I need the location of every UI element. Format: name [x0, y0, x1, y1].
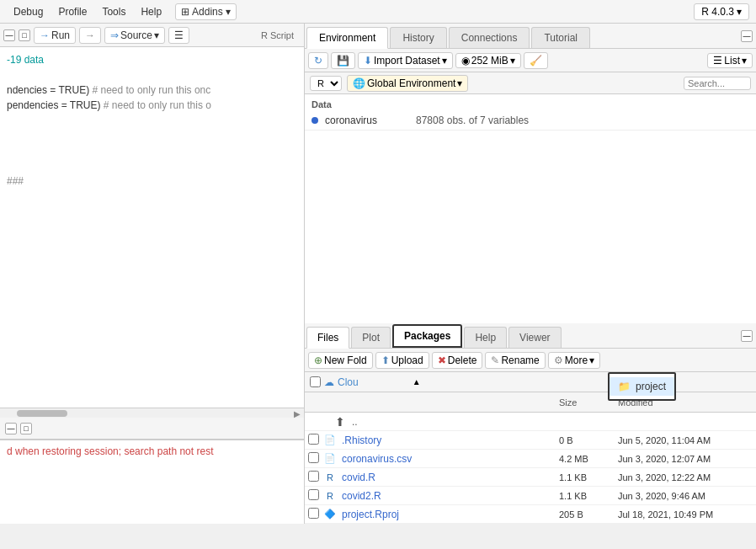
- file-row-csv[interactable]: 📄 coronavirus.csv 4.2 MB Jun 3, 2020, 12…: [305, 450, 756, 468]
- file-name[interactable]: covid.R: [338, 472, 559, 483]
- rename-btn[interactable]: ✎ Rename: [485, 352, 545, 369]
- console-line: d when restoring session; search path no…: [7, 444, 297, 459]
- grid-icon: ⊞: [181, 6, 189, 18]
- select-all-checkbox[interactable]: [310, 376, 321, 387]
- code-editor[interactable]: -19 data ndencies = TRUE) # need to only…: [0, 47, 304, 408]
- tab-packages[interactable]: Packages: [392, 324, 462, 348]
- broom-icon: 🧹: [530, 55, 542, 67]
- scrollbar-thumb[interactable]: [17, 410, 67, 417]
- new-folder-btn[interactable]: ⊕ New Fold: [308, 352, 373, 369]
- file-checkbox[interactable]: [308, 471, 319, 482]
- file-name[interactable]: coronavirus.csv: [338, 453, 559, 465]
- file-date: Jun 3, 2020, 12:22 AM: [618, 472, 753, 482]
- console-output[interactable]: d when restoring session; search path no…: [0, 440, 304, 524]
- import-icon: ⬇: [364, 55, 372, 67]
- file-checkbox[interactable]: [308, 508, 319, 519]
- chevron-down-icon: ▾: [457, 77, 462, 89]
- save-env-btn[interactable]: 💾: [331, 52, 355, 69]
- file-name[interactable]: covid2.R: [338, 490, 559, 502]
- refresh-icon: ↻: [314, 55, 322, 67]
- minimize-console-btn[interactable]: —: [5, 423, 17, 434]
- file-name[interactable]: .Rhistory: [338, 434, 559, 446]
- left-panel: — □ → Run → ⇒ Source ▾ ☰ R Script -19 da…: [0, 24, 305, 524]
- file-size: 1.1 KB: [559, 472, 618, 482]
- tab-tutorial[interactable]: Tutorial: [531, 27, 590, 48]
- minimize-files-btn[interactable]: —: [741, 330, 753, 342]
- chevron-down-icon: ▾: [737, 6, 742, 18]
- rename-icon: ✎: [491, 354, 499, 366]
- right-panel: Environment History Connections Tutorial…: [305, 24, 756, 524]
- more-btn[interactable]: ⚙ More ▾: [548, 352, 600, 369]
- file-date: Jun 5, 2020, 11:04 AM: [618, 435, 753, 445]
- memory-badge: ◉ 252 MiB ▾: [455, 53, 521, 68]
- menu-help[interactable]: Help: [134, 3, 168, 20]
- code-line: -19 data: [7, 52, 297, 67]
- file-row-covid-r[interactable]: R covid.R 1.1 KB Jun 3, 2020, 12:22 AM: [305, 468, 756, 487]
- import-dataset-btn[interactable]: ⬇ Import Dataset ▾: [358, 52, 453, 69]
- tab-files[interactable]: Files: [306, 327, 349, 349]
- minimize-left-btn[interactable]: —: [3, 29, 15, 41]
- scroll-arrow-right[interactable]: ▶: [294, 409, 301, 418]
- source-icon-btn[interactable]: →: [79, 27, 101, 44]
- horizontal-scrollbar[interactable]: ▶: [0, 408, 304, 418]
- r-version-display[interactable]: R 4.0.3 ▾: [694, 3, 749, 20]
- menu-debug[interactable]: Debug: [7, 3, 50, 20]
- r-env-select[interactable]: R: [310, 76, 342, 91]
- file-checkbox[interactable]: [308, 434, 319, 445]
- data-row: coronavirus 87808 obs. of 7 variables: [311, 113, 749, 128]
- file-row-rhistory[interactable]: 📄 .Rhistory 0 B Jun 5, 2020, 11:04 AM: [305, 431, 756, 450]
- tab-viewer[interactable]: Viewer: [508, 327, 561, 348]
- menu-profile[interactable]: Profile: [51, 3, 93, 20]
- global-env-icon: 🌐: [353, 77, 365, 89]
- tab-plots[interactable]: Plot: [351, 327, 391, 348]
- file-checkbox[interactable]: [308, 452, 319, 463]
- upload-btn[interactable]: ⬆ Upload: [375, 352, 429, 369]
- cloud-icon: ☁: [324, 376, 334, 388]
- files-tab-bar: Files Plot Packages Help Viewer —: [305, 323, 756, 349]
- env-search-input[interactable]: [684, 77, 751, 90]
- script-label: R Script: [261, 30, 301, 40]
- list-view-btn[interactable]: ☰ List ▾: [707, 53, 753, 68]
- code-line: ###: [7, 173, 297, 189]
- files-toolbar: ⊕ New Fold ⬆ Upload ✖ Delete ✎ Rename ⚙ …: [305, 349, 756, 372]
- maximize-left-btn[interactable]: □: [19, 29, 30, 41]
- chevron-down-icon: ▾: [589, 354, 594, 366]
- file-date: Jul 18, 2021, 10:49 PM: [618, 509, 753, 520]
- refresh-env-btn[interactable]: ↻: [308, 52, 328, 69]
- tab-connections[interactable]: Connections: [449, 27, 530, 48]
- data-section: Data coronavirus 87808 obs. of 7 variabl…: [305, 94, 756, 131]
- console-panel: — □ d when restoring session; search pat…: [0, 418, 304, 524]
- addins-button[interactable]: ⊞ Addins ▾: [175, 3, 237, 20]
- delete-icon: ✖: [438, 354, 446, 366]
- dropdown-item-project[interactable]: 📁 project: [610, 377, 674, 396]
- options-button[interactable]: ☰: [168, 27, 189, 44]
- tab-history[interactable]: History: [390, 27, 446, 48]
- tab-help[interactable]: Help: [464, 327, 507, 348]
- sort-arrow[interactable]: ▲: [413, 377, 421, 386]
- clear-env-btn[interactable]: 🧹: [524, 52, 548, 69]
- code-line: [7, 113, 297, 128]
- file-row-covid2-r[interactable]: R covid2.R 1.1 KB Jun 3, 2020, 9:46 AM: [305, 487, 756, 505]
- up-directory-row[interactable]: ⬆ ..: [305, 413, 756, 431]
- file-name[interactable]: project.Rproj: [338, 509, 559, 520]
- minimize-right-env-btn[interactable]: —: [741, 30, 753, 42]
- run-button[interactable]: → Run: [34, 27, 76, 44]
- delete-btn[interactable]: ✖ Delete: [432, 352, 483, 369]
- maximize-console-btn[interactable]: □: [20, 423, 32, 434]
- file-size: 0 B: [559, 435, 618, 445]
- global-env-btn[interactable]: 🌐 Global Environment ▾: [347, 75, 468, 92]
- plus-icon: ⊕: [314, 354, 322, 366]
- file-checkbox[interactable]: [308, 489, 319, 500]
- chevron-down-icon: ▾: [226, 6, 231, 18]
- data-item-name[interactable]: coronavirus: [325, 115, 409, 126]
- up-arrow-icon: ⬆: [335, 415, 345, 429]
- path-row: ☁ Clou ▲: [305, 372, 756, 392]
- menu-tools[interactable]: Tools: [95, 3, 132, 20]
- file-date: Jun 3, 2020, 12:07 AM: [618, 454, 753, 464]
- save-icon: 💾: [337, 55, 349, 67]
- right-toolbar: ↻ 💾 ⬇ Import Dataset ▾ ◉ 252 MiB ▾ 🧹 ☰ L…: [305, 49, 756, 72]
- menu-icon: ☰: [174, 29, 184, 41]
- tab-environment[interactable]: Environment: [306, 27, 388, 49]
- file-row-rproj[interactable]: 🔷 project.Rproj 205 B Jul 18, 2021, 10:4…: [305, 505, 756, 524]
- source-button[interactable]: ⇒ Source ▾: [104, 27, 165, 44]
